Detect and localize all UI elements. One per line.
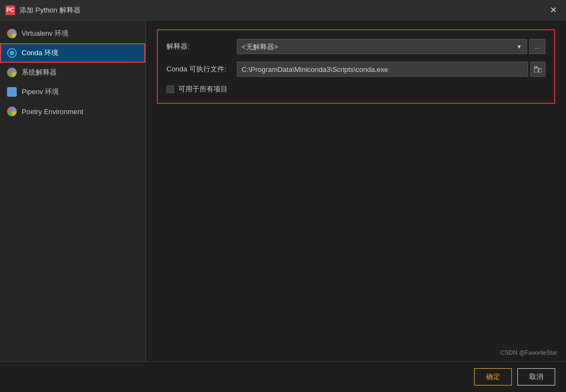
conda-exec-label: Conda 可执行文件: (167, 64, 231, 74)
all-projects-label[interactable]: 可用于所有项目 (178, 84, 228, 94)
pipenv-icon (6, 87, 17, 97)
sidebar-label-system: 系统解释器 (22, 68, 57, 77)
sidebar-label-conda: Conda 环境 (22, 48, 58, 58)
virtualenv-icon (6, 28, 17, 39)
sidebar-label-poetry: Poetry Environment (22, 108, 83, 116)
sidebar-item-virtualenv[interactable]: Virtualenv 环境 (0, 24, 145, 43)
interpreter-label: 解释器: (167, 42, 231, 51)
sidebar-label-virtualenv: Virtualenv 环境 (22, 29, 69, 38)
title-bar: PC 添加 Python 解释器 ✕ (0, 0, 566, 21)
sidebar-item-poetry[interactable]: Poetry Environment (0, 102, 145, 121)
close-button[interactable]: ✕ (545, 3, 561, 18)
conda-exec-row: Conda 可执行文件: (167, 62, 545, 77)
sidebar: Virtualenv 环境 Conda 环境 系统解释器 Pipenv 环境 (0, 21, 146, 361)
conda-exec-input[interactable] (237, 62, 528, 77)
sidebar-label-pipenv: Pipenv 环境 (22, 87, 59, 97)
interpreter-select[interactable]: <无解释器> (237, 39, 512, 54)
interpreter-browse-button[interactable]: ... (529, 39, 545, 54)
content-inner: 解释器: <无解释器> ▼ ... Conda 可执行文件: (157, 29, 555, 104)
interpreter-dropdown-btn[interactable]: ▼ (512, 39, 527, 54)
app-icon: PC (5, 5, 15, 15)
checkbox-row: 可用于所有项目 (167, 84, 545, 94)
interpreter-row: 解释器: <无解释器> ▼ ... (167, 39, 545, 54)
cancel-button[interactable]: 取消 (517, 368, 555, 386)
poetry-icon (6, 106, 17, 117)
confirm-button[interactable]: 确定 (474, 368, 512, 386)
sidebar-item-pipenv[interactable]: Pipenv 环境 (0, 82, 145, 102)
dialog-body: Virtualenv 环境 Conda 环境 系统解释器 Pipenv 环境 (0, 21, 566, 361)
system-icon (6, 67, 17, 78)
sidebar-item-conda[interactable]: Conda 环境 (0, 43, 145, 63)
all-projects-checkbox[interactable] (167, 85, 174, 93)
dialog-container: PC 添加 Python 解释器 ✕ Virtualenv 环境 Conda 环… (0, 0, 566, 392)
svg-rect-2 (538, 69, 542, 72)
conda-exec-browse-button[interactable] (530, 62, 545, 77)
interpreter-field-group: <无解释器> ▼ ... (237, 39, 545, 54)
content-area: 解释器: <无解释器> ▼ ... Conda 可执行文件: (146, 21, 566, 361)
conda-exec-field-group (237, 62, 545, 77)
sidebar-item-system[interactable]: 系统解释器 (0, 63, 145, 82)
dialog-footer: 确定 取消 (0, 361, 566, 392)
interpreter-select-wrapper: <无解释器> ▼ (237, 39, 527, 54)
watermark: CSDN @FavoriteStar (501, 349, 557, 356)
dialog-title: 添加 Python 解释器 (19, 5, 545, 15)
conda-icon (6, 48, 17, 58)
